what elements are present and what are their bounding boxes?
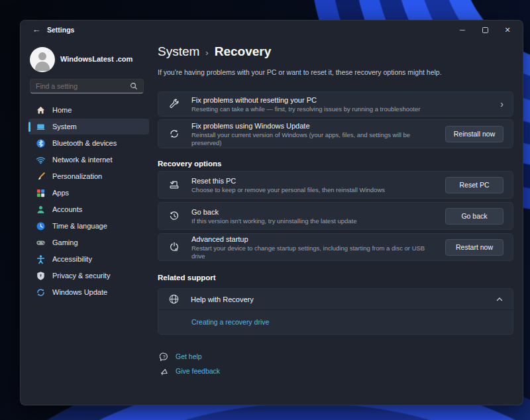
gamepad-icon (35, 237, 46, 248)
recovery-drive-link[interactable]: Creating a recovery drive (191, 318, 269, 326)
sidebar-item-accessibility[interactable]: Accessibility (28, 251, 149, 267)
card-go-back: Go back If this version isn't working, t… (158, 202, 513, 230)
card-title: Advanced startup (191, 235, 437, 244)
page-title: Recovery (215, 44, 272, 59)
search-box[interactable] (30, 79, 144, 93)
clock-icon (35, 221, 46, 231)
wrench-icon (168, 97, 181, 111)
settings-window: ← Settings ─ ✕ WindowsLatest .com Home S… (20, 20, 523, 405)
sidebar-item-windows-update[interactable]: Windows Update (28, 284, 149, 300)
wifi-icon (35, 154, 46, 165)
sidebar-item-accounts[interactable]: Accounts (28, 201, 149, 217)
sidebar-item-apps[interactable]: Apps (28, 185, 149, 201)
power-gear-icon (168, 240, 181, 254)
back-button[interactable]: ← (30, 24, 43, 36)
accessibility-icon (35, 254, 46, 264)
go-back-button[interactable]: Go back (445, 208, 504, 225)
card-title: Go back (191, 207, 437, 217)
reset-pc-icon (168, 178, 181, 191)
person-icon (35, 204, 46, 215)
sidebar-item-time-language[interactable]: Time & language (28, 218, 149, 234)
selected-indicator (28, 122, 30, 132)
sidebar-item-network-internet[interactable]: Network & internet (28, 152, 149, 168)
get-help-icon: ? (159, 352, 168, 361)
search-input[interactable] (36, 82, 130, 90)
feedback-icon (159, 366, 168, 376)
titlebar: ← Settings ─ ✕ (21, 21, 523, 39)
card-subtitle: Choose to keep or remove your personal f… (191, 186, 437, 194)
breadcrumb-system[interactable]: System (158, 44, 199, 59)
maximize-button[interactable] (474, 21, 496, 39)
card-subtitle: If this version isn't working, try unins… (191, 217, 437, 225)
card-title: Fix problems without resetting your PC (191, 95, 494, 105)
section-recovery-options: Recovery options (158, 160, 222, 168)
minimize-icon: ─ (460, 26, 465, 34)
get-help-row[interactable]: ? Get help (159, 350, 202, 362)
close-icon: ✕ (504, 26, 510, 34)
update-icon (35, 287, 46, 297)
breadcrumb-separator-icon: › (205, 48, 208, 58)
help-expander-title: Help with Recovery (191, 295, 254, 304)
page-description: If you're having problems with your PC o… (158, 68, 442, 76)
reinstall-now-button[interactable]: Reinstall now (445, 126, 504, 142)
restart-now-button[interactable]: Restart now (445, 239, 504, 256)
sidebar-item-privacy-security[interactable]: Privacy & security (28, 268, 149, 284)
breadcrumb: System › Recovery (158, 44, 271, 59)
sidebar-nav: Home System Bluetooth & devices Network … (28, 102, 149, 301)
maximize-icon (482, 27, 488, 33)
history-icon (168, 209, 181, 223)
shield-icon (35, 270, 46, 281)
app-title: Settings (47, 26, 74, 34)
system-icon (35, 121, 46, 132)
sidebar-item-home[interactable]: Home (28, 102, 149, 118)
sidebar-item-personalization[interactable]: Personalization (28, 168, 149, 184)
card-subtitle: Reinstall your current version of Window… (191, 131, 437, 147)
search-icon (130, 82, 138, 90)
card-fix-without-reset[interactable]: Fix problems without resetting your PC R… (158, 91, 513, 117)
card-advanced-startup: Advanced startup Restart your device to … (158, 233, 513, 261)
card-subtitle: Resetting can take a while — first, try … (191, 105, 494, 113)
globe-icon (168, 293, 180, 305)
give-feedback-link: Give feedback (176, 367, 220, 375)
sidebar: WindowsLatest .com Home System Bluetooth… (21, 39, 157, 405)
help-expander-header[interactable]: Help with Recovery (158, 289, 513, 309)
home-icon (35, 105, 46, 115)
help-expander: Help with Recovery Creating a recovery d… (158, 288, 513, 335)
minimize-button[interactable]: ─ (451, 21, 474, 39)
close-button[interactable]: ✕ (496, 21, 519, 39)
main-content: System › Recovery If you're having probl… (158, 39, 513, 405)
chevron-up-icon (496, 295, 504, 303)
apps-grid-icon (35, 187, 46, 198)
sidebar-item-bluetooth-devices[interactable]: Bluetooth & devices (28, 135, 149, 151)
chevron-right-icon: › (500, 99, 504, 109)
reset-pc-button[interactable]: Reset PC (445, 177, 504, 193)
card-subtitle: Restart your device to change startup se… (191, 244, 437, 260)
give-feedback-row[interactable]: Give feedback (159, 365, 220, 377)
card-title: Reset this PC (191, 176, 437, 185)
brush-icon (35, 171, 46, 182)
sidebar-item-gaming[interactable]: Gaming (28, 235, 149, 250)
svg-text:?: ? (162, 354, 165, 358)
user-name: WindowsLatest .com (60, 55, 132, 63)
sync-icon (168, 127, 181, 140)
bluetooth-icon (35, 138, 46, 148)
get-help-link: Get help (176, 352, 202, 360)
back-arrow-icon: ← (32, 25, 41, 34)
section-related-support: Related support (158, 274, 216, 282)
sidebar-item-system[interactable]: System (28, 119, 149, 134)
card-fix-with-update: Fix problems using Windows Update Reinst… (158, 119, 513, 148)
card-reset-pc: Reset this PC Choose to keep or remove y… (158, 171, 513, 199)
card-title: Fix problems using Windows Update (191, 121, 437, 131)
avatar[interactable] (30, 47, 55, 72)
